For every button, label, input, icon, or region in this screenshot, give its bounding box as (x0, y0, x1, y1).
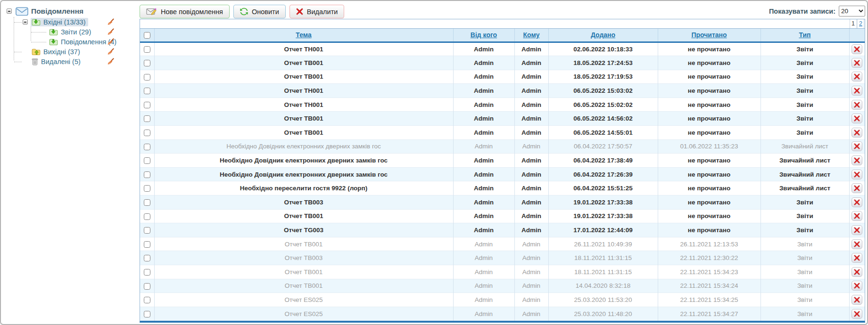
row-checkbox[interactable] (144, 297, 150, 303)
column-header-link[interactable]: Додано (591, 31, 615, 39)
tree-root-messages[interactable]: Повідомлення (6, 6, 121, 16)
subject-cell: Отчет TB001 (154, 279, 453, 293)
page-link-2[interactable]: 2 (857, 19, 864, 28)
row-checkbox[interactable] (144, 171, 150, 178)
table-row[interactable]: Необхідно Довідник електронних дверних з… (140, 139, 865, 154)
row-delete-button[interactable] (851, 267, 862, 277)
row-checkbox[interactable] (144, 74, 150, 81)
row-checkbox[interactable] (144, 88, 150, 94)
table-row[interactable]: Отчет TB001 Admin Admin 06.05.2022 14:55… (140, 126, 865, 140)
row-delete-button[interactable] (851, 155, 862, 165)
row-checkbox[interactable] (144, 241, 150, 248)
table-row[interactable]: Отчет TB001 Admin Admin 19.01.2022 17:33… (140, 209, 865, 223)
inbox-folder-icon (49, 38, 58, 46)
row-delete-button[interactable] (851, 44, 862, 54)
column-header-link[interactable]: Кому (523, 31, 540, 39)
row-delete-button[interactable] (851, 86, 862, 96)
from-cell: Admin (453, 98, 514, 112)
table-row[interactable]: Отчет TH001 Admin Admin 06.05.2022 15:03… (140, 84, 865, 98)
row-delete-button[interactable] (851, 225, 862, 235)
clear-folder-broom-icon[interactable] (107, 48, 114, 56)
table-row[interactable]: Необхідно Довідник електронних дверних з… (140, 167, 865, 181)
column-header-link[interactable]: Тема (296, 31, 311, 39)
sidebar-folder-item[interactable]: Видалені (5) (6, 57, 121, 66)
column-header-link[interactable]: Від кого (471, 31, 497, 39)
row-delete-button[interactable] (851, 114, 862, 123)
collapse-expander-icon[interactable] (7, 8, 12, 14)
sidebar-folder-item[interactable]: Вхідні (13/33) (6, 17, 121, 27)
clear-folder-broom-icon[interactable] (107, 18, 114, 26)
row-delete-button[interactable] (851, 183, 862, 193)
table-row[interactable]: Отчет ES025 Admin Admin 25.03.2020 11:48… (140, 307, 865, 321)
to-cell: Admin (514, 56, 548, 70)
read-status-cell: не прочитано (658, 181, 761, 195)
row-delete-button[interactable] (851, 58, 862, 68)
table-row[interactable]: Отчет TB001 Admin Admin 14.04.2020 8:32:… (140, 279, 865, 293)
row-delete-button[interactable] (851, 309, 862, 319)
table-row[interactable]: Отчет TB001 Admin Admin 06.05.2022 14:56… (140, 112, 865, 126)
table-row[interactable]: Отчет TB001 Admin Admin 18.11.2021 11:31… (140, 265, 865, 279)
records-select[interactable]: 20 (839, 6, 865, 16)
row-delete-button[interactable] (851, 295, 862, 305)
row-checkbox[interactable] (144, 311, 150, 317)
row-delete-button[interactable] (851, 281, 862, 291)
table-row[interactable]: Отчет TB001 Admin Admin 26.11.2021 10:49… (140, 237, 865, 251)
subject-cell: Отчет TB001 (154, 265, 453, 279)
row-delete-button[interactable] (851, 128, 862, 138)
type-cell: Звіти (761, 209, 849, 223)
clear-folder-broom-icon[interactable] (107, 58, 114, 65)
row-delete-button[interactable] (851, 141, 862, 151)
row-delete-cell (849, 293, 865, 307)
tree-root-label: Повідомлення (31, 7, 83, 16)
row-checkbox[interactable] (144, 144, 150, 150)
sidebar-folder-item[interactable]: Звіти (29) (6, 27, 121, 37)
row-checkbox[interactable] (144, 46, 150, 53)
column-header-link[interactable]: Прочитано (691, 31, 727, 39)
column-header-link[interactable]: Тип (799, 31, 810, 39)
clear-folder-broom-icon[interactable] (107, 28, 114, 36)
collapse-expander-icon[interactable] (23, 19, 28, 24)
row-checkbox[interactable] (144, 255, 150, 261)
row-checkbox[interactable] (144, 227, 150, 234)
row-checkbox[interactable] (144, 199, 150, 206)
clear-folder-broom-icon[interactable] (107, 38, 114, 46)
row-checkbox[interactable] (144, 60, 150, 66)
sidebar-folder-item[interactable]: Повідомлення (4) (6, 37, 121, 47)
row-checkbox[interactable] (144, 115, 150, 122)
sidebar-folder-item[interactable]: Вихідні (37) (6, 47, 121, 57)
row-checkbox[interactable] (144, 102, 150, 108)
table-row[interactable]: Отчет TB003 Admin Admin 19.01.2022 17:33… (140, 195, 865, 210)
row-delete-button[interactable] (851, 100, 862, 110)
new-message-button[interactable]: Нове повідомлення (140, 5, 230, 18)
select-all-checkbox[interactable] (144, 32, 150, 39)
row-delete-button[interactable] (851, 239, 862, 249)
row-checkbox[interactable] (144, 283, 150, 290)
row-delete-button[interactable] (851, 211, 862, 221)
table-row[interactable]: Необхідно Довідник електронних дверних з… (140, 154, 865, 168)
trash-icon (32, 58, 38, 65)
table-row[interactable]: Отчет TH001 Admin Admin 06.05.2022 15:02… (140, 98, 865, 112)
from-cell: Admin (453, 195, 514, 210)
added-date-cell: 14.04.2020 8:32:18 (548, 279, 658, 293)
table-row[interactable]: Отчет ES025 Admin Admin 25.03.2020 11:53… (140, 293, 865, 307)
row-delete-button[interactable] (851, 253, 862, 263)
row-delete-button[interactable] (851, 72, 862, 81)
row-checkbox[interactable] (144, 130, 150, 136)
row-checkbox[interactable] (144, 213, 150, 220)
table-row[interactable]: Отчет TB003 Admin Admin 18.11.2021 11:31… (140, 251, 865, 265)
row-delete-button[interactable] (851, 197, 862, 207)
row-checkbox[interactable] (144, 269, 150, 276)
subject-cell: Отчет TB001 (154, 70, 453, 84)
page-link-1[interactable]: 1 (850, 19, 857, 28)
row-checkbox[interactable] (144, 157, 150, 164)
table-row[interactable]: Отчет TH001 Admin Admin 02.06.2022 10:18… (140, 42, 865, 56)
table-row[interactable]: Отчет TG003 Admin Admin 17.01.2022 12:44… (140, 223, 865, 237)
table-row[interactable]: Отчет TB001 Admin Admin 18.05.2022 17:19… (140, 70, 865, 84)
delete-button[interactable]: Видалити (289, 5, 345, 18)
table-row[interactable]: Необхідно переселити гостя 9922 (лорп) A… (140, 181, 865, 195)
to-cell: Admin (514, 223, 548, 237)
refresh-button[interactable]: Оновити (233, 5, 286, 18)
table-row[interactable]: Отчет TB001 Admin Admin 18.05.2022 17:24… (140, 56, 865, 70)
row-delete-button[interactable] (851, 170, 862, 179)
row-checkbox[interactable] (144, 185, 150, 192)
